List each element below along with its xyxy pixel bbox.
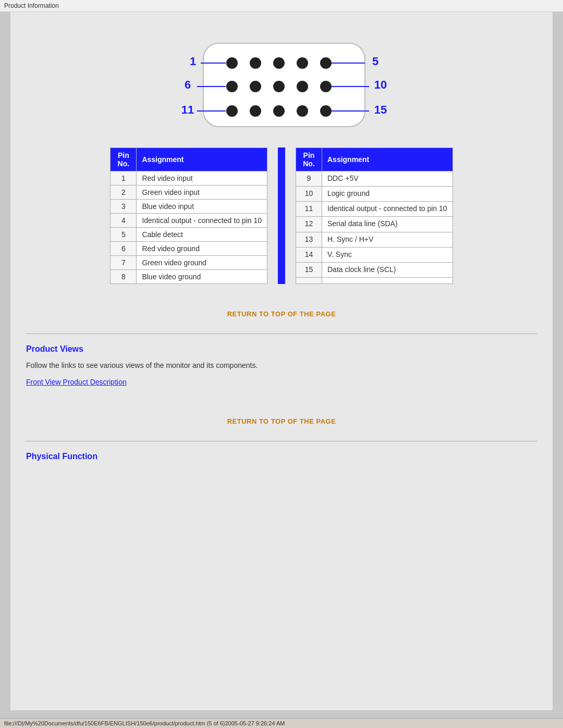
- table-row: 9DDC +5V: [296, 171, 453, 187]
- pin-assignment: Red video ground: [137, 242, 267, 256]
- pin-number: 13: [296, 232, 322, 247]
- pin-number: 10: [296, 187, 322, 202]
- pin-assignment: Data clock line (SCL): [322, 262, 453, 277]
- table-row: 13H. Sync / H+V: [296, 232, 453, 247]
- table2-pinno-header: PinNo.: [296, 148, 322, 171]
- pin-assignment: V. Sync: [322, 247, 453, 262]
- divider-1: [26, 334, 537, 334]
- pin-number: [296, 278, 322, 284]
- pin-table-right: PinNo. Assignment 9DDC +5V10Logic ground…: [296, 147, 453, 284]
- pin-number: 5: [111, 228, 137, 242]
- table-row: 1Red video input: [111, 171, 267, 186]
- pin-number: 1: [111, 171, 137, 186]
- svg-text:5: 5: [372, 55, 378, 68]
- pin-assignment: Red video input: [137, 171, 267, 186]
- svg-point-25: [320, 105, 332, 117]
- svg-point-9: [273, 57, 285, 69]
- pin-number: 3: [111, 200, 137, 214]
- top-bar-label: Product Information: [4, 2, 59, 9]
- table1-assignment-header: Assignment: [137, 148, 267, 171]
- svg-point-11: [320, 57, 332, 69]
- pin-number: 14: [296, 247, 322, 262]
- svg-point-17: [297, 81, 308, 92]
- status-bar: file:///D|/My%20Documents/dfu/150E6FB/EN…: [0, 718, 563, 728]
- svg-point-24: [297, 105, 308, 117]
- svg-point-16: [273, 81, 285, 92]
- table1-pinno-header: PinNo.: [111, 148, 137, 171]
- divider-2: [26, 441, 537, 441]
- pin-assignment: [322, 278, 453, 284]
- product-views-title: Product Views: [26, 344, 537, 354]
- pin-table-left: PinNo. Assignment 1Red video input2Green…: [110, 147, 267, 284]
- svg-point-23: [273, 105, 285, 117]
- pin-number: 9: [296, 171, 322, 187]
- table2-assignment-header: Assignment: [322, 148, 453, 171]
- table-row: 5Cable detect: [111, 228, 267, 242]
- svg-point-14: [226, 81, 238, 92]
- pin-assignment: Cable detect: [137, 228, 267, 242]
- table-row: 12Serial data line (SDA): [296, 217, 453, 232]
- tables-container: PinNo. Assignment 1Red video input2Green…: [26, 147, 537, 284]
- table-row: 4Identical output - connected to pin 10: [111, 214, 267, 228]
- pin-number: 8: [111, 270, 137, 284]
- return-link-2-anchor[interactable]: RETURN TO TOP OF THE PAGE: [227, 417, 336, 425]
- physical-function-title: Physical Function: [26, 452, 537, 461]
- connector-diagram: 1 5 6 10 11 15: [26, 22, 537, 147]
- pin-number: 7: [111, 256, 137, 270]
- svg-point-10: [297, 57, 308, 69]
- svg-text:15: 15: [374, 103, 387, 116]
- svg-point-8: [250, 57, 261, 69]
- table-row: [296, 278, 453, 284]
- return-link-1[interactable]: RETURN TO TOP OF THE PAGE: [26, 300, 537, 328]
- main-content: 1 5 6 10 11 15: [10, 12, 553, 710]
- svg-text:11: 11: [181, 103, 194, 116]
- front-view-link[interactable]: Front View Product Description: [26, 378, 127, 386]
- product-views-description: Follow the links to see various views of…: [26, 361, 537, 369]
- pin-assignment: Green video ground: [137, 256, 267, 270]
- pin-assignment: Logic ground: [322, 187, 453, 202]
- table-row: 11Identical output - connected to pin 10: [296, 202, 453, 217]
- svg-point-21: [226, 105, 238, 117]
- svg-point-18: [320, 81, 332, 92]
- vga-connector-svg: 1 5 6 10 11 15: [136, 33, 427, 132]
- pin-number: 15: [296, 262, 322, 277]
- pin-assignment: DDC +5V: [322, 171, 453, 187]
- svg-point-7: [226, 57, 238, 69]
- pin-number: 11: [296, 202, 322, 217]
- pin-assignment: Green video input: [137, 186, 267, 200]
- svg-text:10: 10: [374, 78, 387, 91]
- pin-number: 2: [111, 186, 137, 200]
- table-row: 3Blue video input: [111, 200, 267, 214]
- table-row: 7Green video ground: [111, 256, 267, 270]
- table-row: 2Green video input: [111, 186, 267, 200]
- table-row: 10Logic ground: [296, 187, 453, 202]
- svg-point-15: [250, 81, 261, 92]
- physical-function-section: Physical Function: [26, 452, 537, 461]
- status-bar-text: file:///D|/My%20Documents/dfu/150E6FB/EN…: [4, 720, 285, 726]
- svg-text:1: 1: [190, 55, 196, 68]
- pin-assignment: Blue video input: [137, 200, 267, 214]
- pin-number: 6: [111, 242, 137, 256]
- table-row: 15Data clock line (SCL): [296, 262, 453, 277]
- table-row: 14V. Sync: [296, 247, 453, 262]
- pin-assignment: Blue video ground: [137, 270, 267, 284]
- pin-number: 12: [296, 217, 322, 232]
- top-bar: Product Information: [0, 0, 563, 12]
- pin-assignment: Identical output - connected to pin 10: [322, 202, 453, 217]
- pin-number: 4: [111, 214, 137, 228]
- table-row: 6Red video ground: [111, 242, 267, 256]
- table-row: 8Blue video ground: [111, 270, 267, 284]
- return-link-2[interactable]: RETURN TO TOP OF THE PAGE: [26, 407, 537, 436]
- svg-text:6: 6: [185, 78, 191, 91]
- return-link-1-anchor[interactable]: RETURN TO TOP OF THE PAGE: [227, 310, 336, 318]
- svg-point-22: [250, 105, 261, 117]
- pin-assignment: Identical output - connected to pin 10: [137, 214, 267, 228]
- table-divider: [278, 147, 285, 284]
- pin-assignment: Serial data line (SDA): [322, 217, 453, 232]
- pin-assignment: H. Sync / H+V: [322, 232, 453, 247]
- product-views-section: Product Views Follow the links to see va…: [26, 344, 537, 386]
